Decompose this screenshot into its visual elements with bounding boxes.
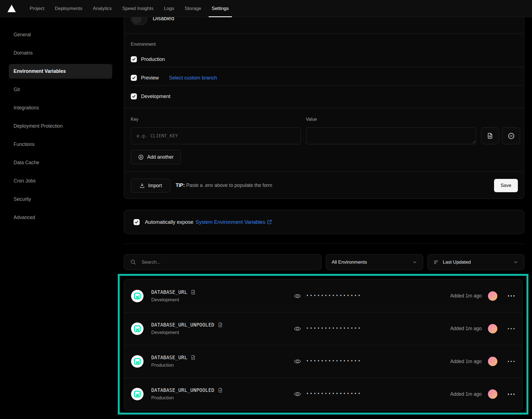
row-meta: Added 1m ago [450, 378, 515, 410]
eye-icon [294, 358, 301, 365]
env-var-row[interactable]: DATABASE_URL Development •••••••••••••••… [124, 280, 522, 312]
env-var-form-card: Disabled Environment Production Preview … [124, 0, 524, 199]
preview-label: Preview [141, 75, 159, 81]
user-avatar [488, 389, 497, 399]
sidebar-item-domains[interactable]: Domains [9, 46, 112, 60]
added-timestamp: Added 1m ago [450, 326, 482, 331]
system-env-text: Automatically expose System Environment … [145, 219, 272, 225]
row-menu-button[interactable] [507, 392, 515, 397]
vercel-logo-icon[interactable] [7, 0, 18, 17]
tip-text: Paste a .env above to populate the form [185, 182, 272, 188]
development-label: Development [141, 94, 170, 99]
sidebar-item-security[interactable]: Security [9, 192, 112, 207]
environment-filter-select[interactable]: All Environments [326, 254, 423, 270]
sidebar-item-integrations[interactable]: Integrations [9, 101, 112, 115]
note-icon[interactable] [218, 322, 223, 328]
check-icon [132, 57, 136, 61]
active-tab-underline [209, 16, 232, 17]
system-env-label: Automatically expose [145, 219, 193, 225]
nav-item-logs[interactable]: Logs [159, 0, 180, 17]
sidebar-item-advanced[interactable]: Advanced [9, 210, 112, 225]
production-checkbox[interactable] [131, 56, 137, 62]
chevron-down-icon [513, 259, 518, 265]
import-button[interactable]: Import [131, 179, 170, 192]
env-var-row[interactable]: DATABASE_URL_UNPOOLED Development ••••••… [124, 312, 522, 345]
reveal-value-button[interactable] [294, 292, 301, 300]
remove-row-button[interactable] [502, 127, 520, 144]
reveal-value-button[interactable] [294, 325, 301, 332]
note-icon[interactable] [218, 387, 223, 393]
env-var-name: DATABASE_URL_UNPOOLED [151, 387, 214, 393]
divider [131, 85, 524, 86]
sort-select[interactable]: Last Updated [428, 254, 524, 270]
top-navbar: Project Deployments Analytics Speed Insi… [0, 0, 532, 17]
env-var-info: DATABASE_URL Development [151, 289, 196, 303]
row-menu-button[interactable] [507, 327, 515, 331]
env-var-row[interactable]: DATABASE_URL Production ••••••••••••••• … [124, 345, 522, 378]
nav-item-settings[interactable]: Settings [206, 0, 234, 17]
nav-item-speed-insights[interactable]: Speed Insights [117, 0, 158, 17]
nav-item-analytics[interactable]: Analytics [88, 0, 117, 17]
sidebar-item-data-cache[interactable]: Data Cache [9, 155, 112, 170]
search-box [124, 254, 321, 270]
row-meta: Added 1m ago [450, 280, 515, 312]
search-input[interactable] [142, 259, 315, 265]
select-custom-branch-link[interactable]: Select custom branch [169, 75, 217, 81]
reveal-value-button[interactable] [294, 390, 301, 398]
row-menu-button[interactable] [507, 294, 515, 298]
settings-sidebar: General Domains Environment Variables Gi… [9, 27, 112, 228]
development-checkbox[interactable] [131, 93, 137, 99]
masked-value: ••••••••••••••• [306, 359, 362, 364]
import-tip: TIP: Paste a .env above to populate the … [176, 182, 272, 188]
minus-circle-icon [508, 132, 515, 140]
added-timestamp: Added 1m ago [450, 391, 482, 397]
nav-item-deployments[interactable]: Deployments [50, 0, 88, 17]
sidebar-item-environment-variables[interactable]: Environment Variables [9, 64, 112, 79]
sort-value: Last Updated [443, 259, 509, 265]
note-icon[interactable] [190, 355, 196, 360]
environment-variables-settings-page: Disabled Environment Production Preview … [0, 0, 532, 419]
sidebar-item-deployment-protection[interactable]: Deployment Protection [9, 119, 112, 133]
added-timestamp: Added 1m ago [450, 293, 482, 299]
note-icon[interactable] [190, 289, 196, 295]
system-env-variables-link[interactable]: System Environment Variables [196, 219, 272, 225]
env-var-info: DATABASE_URL_UNPOOLED Development [151, 322, 223, 335]
env-var-info: DATABASE_URL_UNPOOLED Production [151, 387, 223, 401]
save-button[interactable]: Save [494, 179, 518, 192]
environment-option-production: Production [131, 56, 165, 63]
env-var-row[interactable]: DATABASE_URL_UNPOOLED Production •••••••… [124, 378, 522, 410]
nav-item-storage[interactable]: Storage [180, 0, 207, 17]
reveal-value-button[interactable] [294, 358, 301, 365]
system-env-checkbox[interactable] [134, 219, 140, 225]
env-var-environment: Production [151, 363, 196, 368]
sidebar-item-cron-jobs[interactable]: Cron Jobs [9, 174, 112, 188]
neon-logo-icon [133, 292, 141, 300]
neon-integration-avatar [131, 355, 144, 368]
add-another-button[interactable]: Add another [131, 150, 181, 164]
value-input[interactable] [306, 127, 476, 144]
tip-prefix: TIP: [176, 182, 185, 188]
environment-option-preview: Preview Select custom branch [131, 74, 217, 81]
neon-logo-icon [133, 358, 141, 366]
env-var-environment: Development [151, 330, 223, 335]
row-menu-button[interactable] [507, 359, 515, 364]
preview-checkbox[interactable] [131, 75, 137, 81]
nav-item-project[interactable]: Project [24, 0, 50, 17]
sidebar-item-git[interactable]: Git [9, 82, 112, 97]
environment-filter-value: All Environments [332, 259, 408, 265]
paste-env-file-button[interactable] [481, 127, 499, 144]
divider [124, 34, 524, 34]
eye-icon [294, 390, 301, 398]
import-label: Import [148, 183, 162, 189]
env-var-name: DATABASE_URL [151, 289, 187, 295]
system-env-card: Automatically expose System Environment … [124, 210, 524, 234]
key-field-label: Key [131, 117, 139, 122]
env-var-environment: Development [151, 297, 196, 303]
row-meta: Added 1m ago [450, 312, 515, 345]
sidebar-item-functions[interactable]: Functions [9, 137, 112, 152]
key-input[interactable] [131, 127, 301, 144]
sidebar-item-general[interactable]: General [9, 27, 112, 42]
file-icon [487, 132, 493, 139]
nav-items: Project Deployments Analytics Speed Insi… [24, 0, 234, 17]
chevron-down-icon [412, 259, 417, 265]
